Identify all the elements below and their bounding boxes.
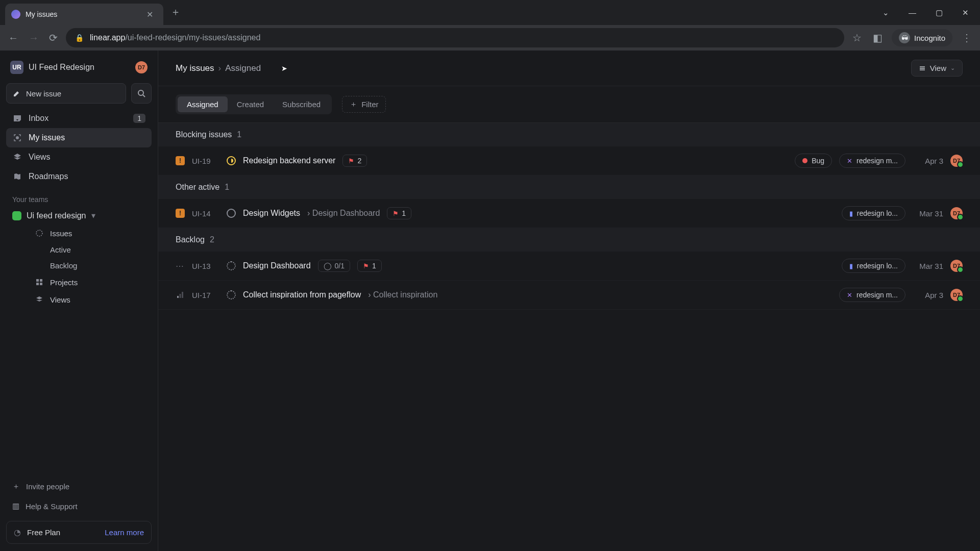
team-row[interactable]: Ui feed redesign ▾ bbox=[6, 207, 152, 224]
maximize-icon[interactable]: ▢ bbox=[928, 5, 950, 20]
blocked-badge[interactable]: ⚑1 bbox=[357, 260, 382, 272]
assignee-avatar[interactable]: D7 bbox=[950, 260, 963, 272]
invite-people-button[interactable]: ＋ Invite people bbox=[6, 477, 152, 496]
group-header[interactable]: Backlog2 bbox=[158, 228, 980, 252]
issue-title: Design Dashboard bbox=[243, 261, 311, 270]
browser-tab[interactable]: My issues ✕ bbox=[5, 4, 163, 25]
group-header[interactable]: Other active1 bbox=[158, 176, 980, 199]
new-tab-button[interactable]: ＋ bbox=[166, 3, 185, 21]
svg-rect-7 bbox=[40, 283, 42, 285]
sidebar-item-roadmaps[interactable]: Roadmaps bbox=[6, 167, 152, 186]
group-title: Blocking issues bbox=[176, 130, 232, 139]
breadcrumb: My issues › Assigned ➤ View ⌄ bbox=[158, 51, 980, 86]
svg-rect-8 bbox=[177, 296, 179, 298]
priority-urgent-icon[interactable]: ! bbox=[176, 209, 185, 218]
group-count: 1 bbox=[237, 130, 241, 139]
minimize-icon[interactable]: — bbox=[901, 5, 923, 20]
bookmark-icon[interactable]: ☆ bbox=[850, 30, 864, 46]
priority-urgent-icon[interactable]: ! bbox=[176, 156, 185, 165]
flag-icon: ⚑ bbox=[393, 210, 399, 217]
tab-assigned[interactable]: Assigned bbox=[178, 96, 228, 112]
sidebar-item-views[interactable]: Views bbox=[6, 147, 152, 167]
back-icon[interactable]: ← bbox=[6, 30, 20, 46]
tab-subscribed[interactable]: Subscribed bbox=[273, 96, 330, 112]
filter-bar: Assigned Created Subscribed ＋ Filter bbox=[158, 86, 980, 123]
issue-date: Mar 31 bbox=[913, 209, 943, 218]
priority-low-icon[interactable] bbox=[176, 290, 185, 299]
reload-icon[interactable]: ⟳ bbox=[47, 30, 60, 46]
new-issue-button[interactable]: New issue bbox=[6, 83, 126, 104]
team-projects[interactable]: Projects bbox=[6, 273, 152, 291]
status-backlog-icon[interactable] bbox=[227, 290, 236, 299]
sidebar-item-my-issues[interactable]: My issues bbox=[6, 128, 152, 147]
help-label: Help & Support bbox=[26, 502, 78, 511]
help-support-button[interactable]: ▥ Help & Support bbox=[6, 496, 152, 516]
sidepanel-icon[interactable]: ◧ bbox=[871, 30, 885, 46]
window-controls: ⌄ — ▢ ✕ bbox=[875, 0, 976, 25]
plus-icon: ＋ bbox=[350, 99, 357, 109]
group-title: Other active bbox=[176, 183, 219, 192]
tab-title: My issues bbox=[26, 10, 137, 18]
blocked-badge[interactable]: ⚑1 bbox=[387, 207, 411, 219]
close-tab-icon[interactable]: ✕ bbox=[142, 8, 157, 21]
issue-row[interactable]: ⋯ UI-13 Design Dashboard ◯0/1⚑1 ▮redesig… bbox=[158, 252, 980, 281]
tabs-dropdown-icon[interactable]: ⌄ bbox=[875, 5, 896, 20]
svg-rect-9 bbox=[180, 294, 181, 298]
issue-row[interactable]: ! UI-14 Design Widgets › Design Dashboar… bbox=[158, 199, 980, 228]
tag-pill[interactable]: ▮redesign lo... bbox=[842, 259, 905, 273]
status-todo-icon[interactable] bbox=[227, 209, 236, 218]
blocked-badge[interactable]: ⚑2 bbox=[342, 155, 367, 167]
project-icon: ✕ bbox=[847, 157, 852, 165]
bug-dot-icon bbox=[802, 158, 807, 163]
team-views[interactable]: Views bbox=[6, 291, 152, 308]
layers-icon bbox=[12, 152, 22, 162]
projects-icon bbox=[35, 278, 44, 287]
workspace-badge: UR bbox=[10, 61, 23, 74]
group-header[interactable]: Blocking issues1 bbox=[158, 123, 980, 146]
browser-menu-icon[interactable]: ⋮ bbox=[960, 30, 974, 46]
map-icon bbox=[12, 171, 22, 182]
tag-pill[interactable]: ▮redesign lo... bbox=[842, 206, 905, 220]
search-button[interactable] bbox=[131, 83, 152, 104]
nav-label: Inbox bbox=[29, 114, 48, 123]
url-input[interactable]: 🔒 linear.app/ui-feed-redesign/my-issues/… bbox=[66, 28, 844, 47]
team-issues[interactable]: Issues bbox=[6, 224, 152, 242]
issue-row[interactable]: ! UI-19 Redesign backend server ⚑2 Bug✕r… bbox=[158, 146, 980, 176]
svg-rect-6 bbox=[36, 283, 39, 285]
flag-count: 1 bbox=[402, 209, 406, 217]
flag-icon: ⚑ bbox=[348, 157, 354, 165]
issue-id: UI-13 bbox=[192, 262, 219, 270]
assignee-avatar[interactable]: D7 bbox=[950, 289, 963, 301]
layers-icon bbox=[35, 295, 44, 304]
assignee-avatar[interactable]: D7 bbox=[950, 207, 963, 219]
priority-none-icon[interactable]: ⋯ bbox=[176, 261, 185, 270]
close-window-icon[interactable]: ✕ bbox=[955, 5, 976, 20]
issue-title: Collect inspiration from pageflow bbox=[243, 290, 361, 299]
subtask-progress[interactable]: ◯0/1 bbox=[318, 260, 350, 272]
status-progress-icon[interactable] bbox=[227, 156, 236, 165]
tag-pill[interactable]: ✕redesign m... bbox=[839, 288, 905, 302]
main-panel: My issues › Assigned ➤ View ⌄ Assigned C… bbox=[158, 51, 980, 551]
cursor-icon: ➤ bbox=[281, 64, 287, 72]
learn-more-link[interactable]: Learn more bbox=[105, 528, 144, 537]
sidebar-item-inbox[interactable]: Inbox 1 bbox=[6, 109, 152, 128]
view-button[interactable]: View ⌄ bbox=[911, 60, 963, 77]
sidebar: UR UI Feed Redesign D7 New issue Inbox 1… bbox=[0, 51, 158, 551]
status-backlog-icon[interactable] bbox=[227, 261, 236, 270]
tag-pill[interactable]: ✕redesign m... bbox=[839, 154, 905, 168]
svg-point-2 bbox=[16, 136, 19, 139]
tag-pill[interactable]: Bug bbox=[795, 154, 832, 168]
team-issues-backlog[interactable]: Backlog bbox=[6, 258, 152, 273]
add-filter-button[interactable]: ＋ Filter bbox=[342, 96, 386, 113]
workspace-switcher[interactable]: UR UI Feed Redesign D7 bbox=[6, 58, 152, 77]
assignee-avatar[interactable]: D7 bbox=[950, 155, 963, 167]
focus-icon bbox=[12, 133, 22, 143]
document-icon: ▮ bbox=[849, 262, 853, 270]
incognito-badge[interactable]: 🕶 Incognito bbox=[892, 29, 952, 46]
issue-row[interactable]: UI-17 Collect inspiration from pageflow … bbox=[158, 281, 980, 310]
user-avatar[interactable]: D7 bbox=[135, 61, 148, 73]
crumb-root[interactable]: My issues bbox=[176, 63, 214, 73]
tab-created[interactable]: Created bbox=[228, 96, 273, 112]
team-issues-active[interactable]: Active bbox=[6, 242, 152, 258]
forward-icon[interactable]: → bbox=[27, 30, 41, 46]
